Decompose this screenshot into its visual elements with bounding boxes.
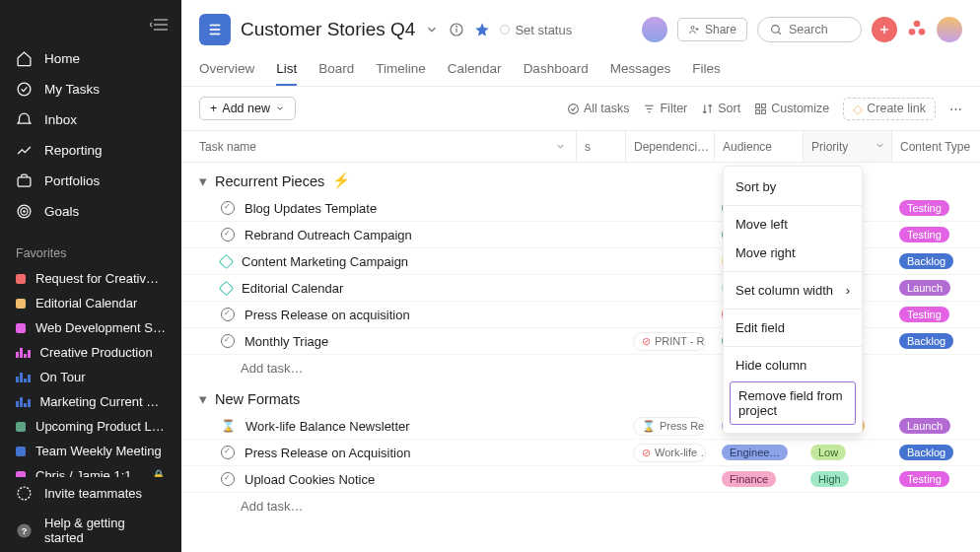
nav-goals[interactable]: Goals: [0, 196, 181, 227]
cell-content-type[interactable]: Testing: [891, 222, 980, 247]
tab-timeline[interactable]: Timeline: [376, 53, 426, 86]
title-chevron-icon[interactable]: [425, 23, 439, 36]
tab-messages[interactable]: Messages: [610, 53, 671, 86]
global-add-button[interactable]: [872, 17, 897, 42]
nav-mytasks[interactable]: My Tasks: [0, 74, 181, 104]
dd-set-width[interactable]: Set column width›: [724, 276, 862, 305]
col-dependencies[interactable]: Dependenci…: [625, 131, 714, 162]
dd-sort-by[interactable]: Sort by: [724, 172, 862, 201]
section-toggle-icon[interactable]: ▾: [199, 173, 207, 189]
cell-dependencies[interactable]: [625, 466, 714, 492]
collapse-sidebar-icon[interactable]: [150, 18, 168, 34]
add-new-button[interactable]: +Add new: [199, 97, 296, 120]
section-toggle-icon[interactable]: ▾: [199, 391, 207, 407]
favorite-item[interactable]: Editorial Calendar: [0, 291, 181, 315]
nav-reporting[interactable]: Reporting: [0, 135, 181, 166]
tab-board[interactable]: Board: [318, 53, 354, 86]
add-task-button[interactable]: Add task…: [181, 493, 980, 519]
create-link-button[interactable]: ◇Create link: [843, 98, 936, 120]
dd-move-left[interactable]: Move left: [724, 210, 862, 239]
col-content-type[interactable]: Content Type: [891, 131, 980, 162]
complete-check-icon[interactable]: [221, 201, 235, 215]
cell[interactable]: [576, 466, 625, 492]
cell[interactable]: [576, 328, 625, 354]
nav-portfolios[interactable]: Portfolios: [0, 166, 181, 196]
member-avatar[interactable]: [642, 17, 667, 42]
help-started[interactable]: ?Help & getting started: [0, 509, 181, 552]
favorite-item[interactable]: Upcoming Product Laun…: [0, 414, 181, 439]
tab-files[interactable]: Files: [692, 53, 721, 86]
col-audience[interactable]: Audience: [714, 131, 803, 162]
customize-button[interactable]: Customize: [754, 102, 829, 115]
cell[interactable]: [576, 440, 625, 465]
cell-dependencies[interactable]: [625, 222, 714, 247]
complete-check-icon[interactable]: [221, 334, 235, 348]
cell-content-type[interactable]: Launch: [891, 413, 980, 439]
favorite-item[interactable]: Web Development Sprint…: [0, 315, 181, 340]
all-tasks-button[interactable]: All tasks: [567, 102, 630, 115]
user-avatar[interactable]: [937, 17, 962, 42]
task-row[interactable]: Upload Cookies NoticeFinanceHighTesting: [181, 466, 980, 493]
cell-content-type[interactable]: Launch: [891, 275, 980, 301]
cell[interactable]: [576, 302, 625, 327]
cell-dependencies[interactable]: [625, 275, 714, 301]
cell-content-type[interactable]: Testing: [891, 195, 980, 221]
milestone-icon[interactable]: [219, 280, 235, 296]
complete-check-icon[interactable]: [221, 472, 235, 486]
dd-edit-field[interactable]: Edit field: [724, 313, 862, 342]
cell[interactable]: [576, 222, 625, 247]
cell-content-type[interactable]: Testing: [891, 302, 980, 327]
complete-check-icon[interactable]: [221, 228, 235, 242]
favorite-item[interactable]: On Tour: [0, 365, 181, 389]
col-priority[interactable]: Priority: [803, 131, 891, 162]
favorite-item[interactable]: Request for Creative Pro…: [0, 266, 181, 291]
tab-list[interactable]: List: [276, 53, 297, 86]
cell-content-type[interactable]: Backlog: [891, 440, 980, 465]
cell-dependencies[interactable]: [625, 195, 714, 221]
col-extra[interactable]: s: [576, 131, 625, 162]
cell-content-type[interactable]: Backlog: [891, 248, 980, 274]
cell-dependencies[interactable]: ⊘Work-life …: [625, 440, 714, 465]
dd-remove-field[interactable]: Remove field from project: [730, 381, 856, 425]
favorite-item[interactable]: Marketing Current Road…: [0, 389, 181, 414]
nav-home[interactable]: Home: [0, 43, 181, 74]
star-icon[interactable]: [474, 22, 490, 37]
cell[interactable]: [576, 413, 625, 439]
sort-button[interactable]: Sort: [701, 102, 740, 115]
search-input[interactable]: [789, 23, 848, 36]
nav-inbox[interactable]: Inbox: [0, 104, 181, 135]
cell-content-type[interactable]: Backlog: [891, 328, 980, 354]
cell-audience[interactable]: Enginee…: [714, 440, 803, 465]
app-logo-icon[interactable]: [907, 19, 927, 41]
info-icon[interactable]: [449, 22, 464, 37]
cell[interactable]: [576, 248, 625, 274]
cell-priority[interactable]: High: [803, 466, 891, 492]
cell-content-type[interactable]: Testing: [891, 466, 980, 492]
set-status-button[interactable]: Set status: [500, 23, 572, 37]
search-input-wrap[interactable]: [757, 17, 862, 42]
complete-check-icon[interactable]: [221, 308, 235, 321]
invite-teammates[interactable]: Invite teammates: [0, 478, 181, 509]
dd-hide-column[interactable]: Hide column: [724, 351, 862, 380]
complete-check-icon[interactable]: [221, 446, 235, 459]
tab-calendar[interactable]: Calendar: [448, 53, 502, 86]
cell-dependencies[interactable]: [625, 248, 714, 274]
tab-dashboard[interactable]: Dashboard: [524, 53, 589, 86]
favorite-item[interactable]: Chris / Jamie 1:1🔒: [0, 463, 181, 477]
share-button[interactable]: Share: [677, 18, 747, 41]
task-row[interactable]: Press Release on Acquisition⊘Work-life ……: [181, 440, 980, 466]
cell-priority[interactable]: Low: [803, 440, 891, 465]
cell-audience[interactable]: Finance: [714, 466, 803, 492]
hourglass-icon[interactable]: ⌛: [221, 419, 236, 433]
tab-overview[interactable]: Overview: [199, 53, 254, 86]
dd-move-right[interactable]: Move right: [724, 239, 862, 267]
col-task-name[interactable]: Task name: [199, 140, 576, 154]
cell[interactable]: [576, 195, 625, 221]
cell-dependencies[interactable]: ⊘PRINT - R…: [625, 328, 714, 354]
more-icon[interactable]: ⋯: [949, 102, 962, 116]
favorite-item[interactable]: Creative Production: [0, 340, 181, 365]
cell-dependencies[interactable]: [625, 302, 714, 327]
favorite-item[interactable]: Team Weekly Meeting: [0, 439, 181, 463]
cell-dependencies[interactable]: ⌛Press Rele…: [625, 413, 714, 439]
milestone-icon[interactable]: [219, 253, 235, 269]
